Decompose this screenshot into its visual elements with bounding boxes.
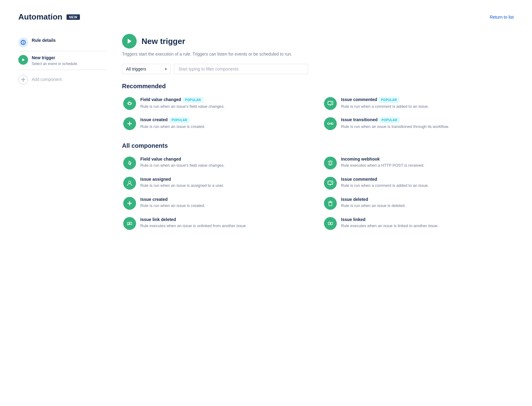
issue-link-deleted-info: Issue link deleted Rule executes when an… [140,217,247,229]
return-to-list-link[interactable]: Return to list [490,15,514,20]
popular-badge-2: POPULAR [379,97,399,103]
trigger-desc: Triggers start the execution of a rule. … [122,52,514,56]
sidebar: Rule details New trigger Select an event… [18,34,116,242]
svg-point-13 [328,123,329,125]
top-bar-left: Automation NEW [18,12,80,22]
field-value-changed-icon [123,97,136,110]
all-components-section-title: All components [122,142,514,149]
new-badge: NEW [66,14,80,20]
issue-commented-info: Issue commentedPOPULAR Rule is run when … [341,97,429,109]
svg-rect-17 [328,181,333,184]
svg-rect-7 [328,101,333,105]
recommended-issue-transitioned[interactable]: Issue transitionedPOPULAR Rule is run wh… [323,116,514,131]
issue-deleted-desc: Rule is run when an issue is deleted. [341,203,406,208]
all-issue-commented[interactable]: Issue commented Rule is run when a comme… [323,176,514,191]
issue-assigned-name: Issue assigned [140,177,224,182]
svg-point-20 [331,183,332,183]
svg-point-9 [331,103,332,104]
svg-rect-33 [331,222,332,225]
issue-created-info: Issue createdPOPULAR Rule is run when an… [140,117,205,129]
all-field-value-changed[interactable]: Field value changed Rule is run when an … [122,155,313,171]
issue-commented-icon [324,97,337,110]
recommended-issue-commented[interactable]: Issue commentedPOPULAR Rule is run when … [323,96,514,111]
recommended-field-value-changed[interactable]: Field value changedPOPULAR Rule is run w… [122,96,313,111]
all-issue-created-desc: Rule is run when an issue is created. [140,203,205,208]
field-value-changed-info: Field value changedPOPULAR Rule is run w… [140,97,225,109]
all-field-value-desc: Rule is run when an issue's field value … [140,163,225,168]
issue-linked-info: Issue linked Rule executes when an issue… [341,217,438,229]
recommended-issue-created[interactable]: Issue createdPOPULAR Rule is run when an… [122,116,313,131]
issue-assigned-desc: Rule is run when an issue is assigned to… [140,183,224,188]
add-component-button[interactable] [18,75,28,85]
new-trigger-desc: Select an event or schedule. [32,62,78,66]
all-issue-created[interactable]: Issue created Rule is run when an issue … [122,196,313,211]
issue-link-deleted-icon [123,217,136,230]
rule-details-title: Rule details [32,38,56,44]
sidebar-item-new-trigger[interactable]: New trigger Select an event or schedule. [18,51,107,70]
svg-point-2 [23,41,23,42]
add-component-label: Add component [32,77,62,83]
content-area: Rule details New trigger Select an event… [18,34,514,242]
issue-created-icon [123,117,136,130]
svg-marker-6 [128,39,132,44]
trigger-filter-dropdown[interactable]: All triggers ▾ [122,64,171,74]
rule-details-text: Rule details [32,38,56,44]
popular-badge-4: POPULAR [379,118,400,123]
top-bar: Automation NEW Return to list [18,12,514,22]
issue-created-name: Issue createdPOPULAR [140,117,205,123]
field-value-changed-name: Field value changedPOPULAR [140,97,225,103]
all-issue-deleted[interactable]: Issue deleted Rule is run when an issue … [323,196,514,211]
issue-transitioned-desc: Rule is run when an issue is transitione… [341,124,449,129]
trigger-title: New trigger [142,37,185,46]
svg-rect-23 [329,202,332,206]
all-issue-commented-icon [324,177,337,190]
add-component-row: Add component [18,70,107,89]
trigger-header: New trigger [122,34,514,49]
svg-marker-3 [22,58,25,61]
all-issue-linked[interactable]: Issue linked Rule executes when an issue… [323,216,514,231]
issue-linked-icon [324,217,337,230]
chevron-down-icon: ▾ [165,67,167,71]
all-issue-created-name: Issue created [140,197,205,202]
issue-transitioned-info: Issue transitionedPOPULAR Rule is run wh… [341,117,449,129]
sidebar-item-rule-details[interactable]: Rule details [18,34,107,51]
filter-bar: All triggers ▾ [122,64,514,74]
incoming-webhook-name: Incoming webhook [341,157,424,161]
incoming-webhook-info: Incoming webhook Rule executes when a HT… [341,157,424,168]
svg-rect-32 [328,222,330,225]
all-issue-commented-info: Issue commented Rule is run when a comme… [341,177,429,188]
trigger-filter-label: All triggers [126,67,146,71]
all-field-value-name: Field value changed [140,157,225,161]
app-title: Automation [18,12,62,22]
issue-created-desc: Rule is run when an issue is created. [140,124,205,129]
issue-link-deleted-name: Issue link deleted [140,217,247,222]
trigger-play-icon [122,34,137,49]
issue-transitioned-icon [324,117,337,130]
issue-deleted-icon [324,197,337,210]
recommended-section-title: Recommended [122,83,514,90]
svg-rect-1 [23,42,23,44]
all-field-value-icon [123,157,136,169]
all-field-value-info: Field value changed Rule is run when an … [140,157,225,168]
rule-details-icon [18,38,28,47]
new-trigger-icon [18,55,28,65]
issue-linked-desc: Rule executes when an issue is linked to… [341,223,438,229]
svg-rect-29 [130,222,132,225]
issue-deleted-name: Issue deleted [341,197,406,202]
filter-input[interactable] [174,64,308,74]
svg-point-16 [128,181,131,183]
issue-assigned-icon [123,177,136,190]
issue-linked-name: Issue linked [341,217,438,222]
all-issue-commented-desc: Rule is run when a comment is added to a… [341,183,429,188]
all-components-grid: Field value changed Rule is run when an … [122,155,514,231]
issue-transitioned-name: Issue transitionedPOPULAR [341,117,449,123]
issue-commented-desc: Rule is run when a comment is added to a… [341,104,429,109]
all-issue-link-deleted[interactable]: Issue link deleted Rule executes when an… [122,216,313,231]
issue-deleted-info: Issue deleted Rule is run when an issue … [341,197,406,208]
all-issue-assigned[interactable]: Issue assigned Rule is run when an issue… [122,176,313,191]
field-value-changed-desc: Rule is run when an issue's field value … [140,104,225,109]
popular-badge: POPULAR [183,97,203,103]
issue-assigned-info: Issue assigned Rule is run when an issue… [140,177,224,188]
incoming-webhook-icon [324,157,337,169]
all-incoming-webhook[interactable]: Incoming webhook Rule executes when a HT… [323,155,514,171]
